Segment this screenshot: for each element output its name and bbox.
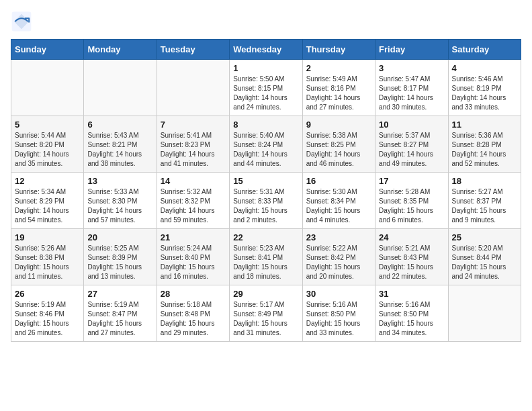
calendar-day-cell: 4Sunrise: 5:46 AM Sunset: 8:19 PM Daylig…	[448, 60, 521, 116]
calendar-week-row: 1Sunrise: 5:50 AM Sunset: 8:15 PM Daylig…	[11, 60, 521, 116]
calendar-day-cell	[84, 60, 157, 116]
calendar-week-row: 12Sunrise: 5:34 AM Sunset: 8:29 PM Dayli…	[11, 173, 521, 229]
calendar-day-cell: 6Sunrise: 5:43 AM Sunset: 8:21 PM Daylig…	[84, 116, 157, 173]
weekday-header: Sunday	[11, 40, 84, 60]
day-number: 11	[452, 120, 517, 130]
day-number: 12	[15, 176, 80, 186]
calendar-day-cell	[11, 60, 84, 116]
weekday-header: Tuesday	[157, 40, 229, 60]
day-info: Sunrise: 5:17 AM Sunset: 8:49 PM Dayligh…	[233, 300, 298, 338]
calendar-day-cell: 21Sunrise: 5:24 AM Sunset: 8:40 PM Dayli…	[157, 229, 229, 285]
calendar-body: 1Sunrise: 5:50 AM Sunset: 8:15 PM Daylig…	[11, 60, 521, 342]
day-info: Sunrise: 5:31 AM Sunset: 8:33 PM Dayligh…	[233, 187, 298, 225]
weekday-header: Friday	[375, 40, 448, 60]
day-info: Sunrise: 5:50 AM Sunset: 8:15 PM Dayligh…	[233, 75, 298, 112]
day-info: Sunrise: 5:34 AM Sunset: 8:29 PM Dayligh…	[15, 187, 80, 225]
day-info: Sunrise: 5:28 AM Sunset: 8:35 PM Dayligh…	[379, 187, 444, 225]
calendar-week-row: 19Sunrise: 5:26 AM Sunset: 8:38 PM Dayli…	[11, 229, 521, 285]
day-info: Sunrise: 5:24 AM Sunset: 8:40 PM Dayligh…	[161, 244, 226, 281]
day-info: Sunrise: 5:36 AM Sunset: 8:28 PM Dayligh…	[452, 131, 517, 169]
day-number: 31	[379, 289, 444, 299]
day-number: 15	[233, 176, 298, 186]
calendar-day-cell: 13Sunrise: 5:33 AM Sunset: 8:30 PM Dayli…	[84, 173, 157, 229]
calendar-day-cell: 9Sunrise: 5:38 AM Sunset: 8:25 PM Daylig…	[302, 116, 375, 173]
calendar-day-cell: 18Sunrise: 5:27 AM Sunset: 8:37 PM Dayli…	[448, 173, 521, 229]
calendar-day-cell: 10Sunrise: 5:37 AM Sunset: 8:27 PM Dayli…	[375, 116, 448, 173]
calendar-day-cell: 27Sunrise: 5:19 AM Sunset: 8:47 PM Dayli…	[84, 285, 157, 342]
page-header	[11, 11, 521, 32]
day-number: 13	[87, 176, 152, 186]
day-info: Sunrise: 5:40 AM Sunset: 8:24 PM Dayligh…	[233, 131, 298, 169]
calendar-day-cell: 15Sunrise: 5:31 AM Sunset: 8:33 PM Dayli…	[230, 173, 302, 229]
weekday-row: SundayMondayTuesdayWednesdayThursdayFrid…	[11, 40, 521, 60]
day-number: 25	[452, 232, 517, 242]
calendar-day-cell: 17Sunrise: 5:28 AM Sunset: 8:35 PM Dayli…	[375, 173, 448, 229]
calendar-day-cell: 30Sunrise: 5:16 AM Sunset: 8:50 PM Dayli…	[302, 285, 375, 342]
day-number: 2	[306, 63, 371, 73]
calendar-week-row: 26Sunrise: 5:19 AM Sunset: 8:46 PM Dayli…	[11, 285, 521, 342]
logo	[11, 11, 35, 32]
calendar-day-cell: 24Sunrise: 5:21 AM Sunset: 8:43 PM Dayli…	[375, 229, 448, 285]
day-info: Sunrise: 5:43 AM Sunset: 8:21 PM Dayligh…	[87, 131, 152, 169]
calendar-day-cell: 29Sunrise: 5:17 AM Sunset: 8:49 PM Dayli…	[230, 285, 302, 342]
day-number: 18	[452, 176, 517, 186]
calendar-header: SundayMondayTuesdayWednesdayThursdayFrid…	[11, 40, 521, 60]
day-number: 1	[233, 63, 298, 73]
day-number: 23	[306, 232, 371, 242]
logo-icon	[11, 11, 32, 32]
day-info: Sunrise: 5:44 AM Sunset: 8:20 PM Dayligh…	[15, 131, 80, 169]
calendar-day-cell: 8Sunrise: 5:40 AM Sunset: 8:24 PM Daylig…	[230, 116, 302, 173]
calendar-day-cell: 31Sunrise: 5:16 AM Sunset: 8:50 PM Dayli…	[375, 285, 448, 342]
day-number: 28	[161, 289, 226, 299]
weekday-header: Monday	[84, 40, 157, 60]
day-info: Sunrise: 5:37 AM Sunset: 8:27 PM Dayligh…	[379, 131, 444, 169]
day-number: 21	[161, 232, 226, 242]
calendar-day-cell: 28Sunrise: 5:18 AM Sunset: 8:48 PM Dayli…	[157, 285, 229, 342]
day-info: Sunrise: 5:20 AM Sunset: 8:44 PM Dayligh…	[452, 244, 517, 281]
day-info: Sunrise: 5:32 AM Sunset: 8:32 PM Dayligh…	[161, 187, 226, 225]
calendar-day-cell: 26Sunrise: 5:19 AM Sunset: 8:46 PM Dayli…	[11, 285, 84, 342]
calendar-day-cell: 3Sunrise: 5:47 AM Sunset: 8:17 PM Daylig…	[375, 60, 448, 116]
day-number: 17	[379, 176, 444, 186]
day-number: 6	[87, 120, 152, 130]
calendar-week-row: 5Sunrise: 5:44 AM Sunset: 8:20 PM Daylig…	[11, 116, 521, 173]
calendar-day-cell: 12Sunrise: 5:34 AM Sunset: 8:29 PM Dayli…	[11, 173, 84, 229]
day-number: 29	[233, 289, 298, 299]
calendar-day-cell: 16Sunrise: 5:30 AM Sunset: 8:34 PM Dayli…	[302, 173, 375, 229]
day-info: Sunrise: 5:26 AM Sunset: 8:38 PM Dayligh…	[15, 244, 80, 281]
day-info: Sunrise: 5:21 AM Sunset: 8:43 PM Dayligh…	[379, 244, 444, 281]
weekday-header: Thursday	[302, 40, 375, 60]
day-info: Sunrise: 5:23 AM Sunset: 8:41 PM Dayligh…	[233, 244, 298, 281]
day-number: 7	[161, 120, 226, 130]
day-info: Sunrise: 5:27 AM Sunset: 8:37 PM Dayligh…	[452, 187, 517, 225]
weekday-header: Wednesday	[230, 40, 302, 60]
day-info: Sunrise: 5:41 AM Sunset: 8:23 PM Dayligh…	[161, 131, 226, 169]
day-number: 9	[306, 120, 371, 130]
day-number: 3	[379, 63, 444, 73]
day-number: 30	[306, 289, 371, 299]
day-number: 8	[233, 120, 298, 130]
day-number: 10	[379, 120, 444, 130]
day-number: 24	[379, 232, 444, 242]
day-info: Sunrise: 5:33 AM Sunset: 8:30 PM Dayligh…	[87, 187, 152, 225]
day-number: 14	[161, 176, 226, 186]
weekday-header: Saturday	[448, 40, 521, 60]
calendar-day-cell	[448, 285, 521, 342]
calendar-day-cell: 20Sunrise: 5:25 AM Sunset: 8:39 PM Dayli…	[84, 229, 157, 285]
calendar-day-cell: 25Sunrise: 5:20 AM Sunset: 8:44 PM Dayli…	[448, 229, 521, 285]
calendar-day-cell: 1Sunrise: 5:50 AM Sunset: 8:15 PM Daylig…	[230, 60, 302, 116]
calendar-day-cell: 23Sunrise: 5:22 AM Sunset: 8:42 PM Dayli…	[302, 229, 375, 285]
day-info: Sunrise: 5:16 AM Sunset: 8:50 PM Dayligh…	[306, 300, 371, 338]
day-info: Sunrise: 5:25 AM Sunset: 8:39 PM Dayligh…	[87, 244, 152, 281]
day-number: 20	[87, 232, 152, 242]
day-number: 27	[87, 289, 152, 299]
day-number: 26	[15, 289, 80, 299]
day-info: Sunrise: 5:46 AM Sunset: 8:19 PM Dayligh…	[452, 75, 517, 112]
calendar-day-cell	[157, 60, 229, 116]
day-info: Sunrise: 5:22 AM Sunset: 8:42 PM Dayligh…	[306, 244, 371, 281]
calendar-day-cell: 2Sunrise: 5:49 AM Sunset: 8:16 PM Daylig…	[302, 60, 375, 116]
day-number: 16	[306, 176, 371, 186]
day-number: 22	[233, 232, 298, 242]
day-info: Sunrise: 5:16 AM Sunset: 8:50 PM Dayligh…	[379, 300, 444, 338]
calendar-day-cell: 5Sunrise: 5:44 AM Sunset: 8:20 PM Daylig…	[11, 116, 84, 173]
